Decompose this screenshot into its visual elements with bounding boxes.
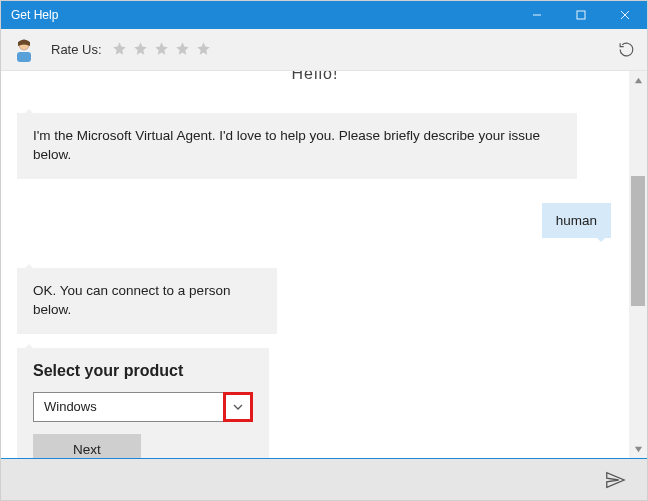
header-bar: Rate Us: — [1, 29, 647, 71]
message-input[interactable] — [15, 459, 601, 500]
refresh-button[interactable] — [615, 39, 637, 61]
close-button[interactable] — [603, 1, 647, 29]
star-icon[interactable] — [196, 41, 211, 59]
agent-avatar-icon — [11, 37, 37, 63]
scroll-up-icon[interactable] — [629, 71, 647, 89]
bot-message: I'm the Microsoft Virtual Agent. I'd lov… — [17, 113, 577, 179]
chat-area: Hello! I'm the Microsoft Virtual Agent. … — [1, 71, 647, 458]
chat-scroll-viewport: Hello! I'm the Microsoft Virtual Agent. … — [1, 71, 629, 458]
product-select[interactable]: Windows — [33, 392, 224, 422]
bot-message-text: OK. You can connect to a person below. — [33, 283, 230, 317]
scrollbar-thumb[interactable] — [631, 176, 645, 306]
scrollbar[interactable] — [629, 71, 647, 458]
svg-rect-1 — [577, 11, 585, 19]
product-select-panel: Select your product Windows Next — [17, 348, 269, 458]
greeting-text: Hello! — [17, 71, 613, 83]
panel-title: Select your product — [33, 362, 253, 380]
svg-marker-6 — [634, 77, 641, 82]
star-icon[interactable] — [112, 41, 127, 59]
maximize-button[interactable] — [559, 1, 603, 29]
svg-rect-5 — [17, 52, 31, 62]
star-icon[interactable] — [175, 41, 190, 59]
star-icon[interactable] — [133, 41, 148, 59]
next-button-label: Next — [73, 442, 101, 457]
user-message: human — [542, 203, 611, 238]
scroll-down-icon[interactable] — [629, 440, 647, 458]
send-icon — [604, 469, 626, 491]
message-input-bar — [1, 458, 647, 500]
window-title: Get Help — [11, 8, 515, 22]
minimize-button[interactable] — [515, 1, 559, 29]
title-bar: Get Help — [1, 1, 647, 29]
user-message-text: human — [556, 213, 597, 228]
star-icon[interactable] — [154, 41, 169, 59]
bot-message: OK. You can connect to a person below. — [17, 268, 277, 334]
bot-message-text: I'm the Microsoft Virtual Agent. I'd lov… — [33, 128, 540, 162]
rate-us-label: Rate Us: — [51, 42, 102, 57]
svg-marker-7 — [634, 446, 641, 451]
send-button[interactable] — [601, 466, 629, 494]
next-button[interactable]: Next — [33, 434, 141, 458]
product-select-value: Windows — [44, 399, 97, 414]
window-controls — [515, 1, 647, 29]
rating-stars[interactable] — [112, 41, 211, 59]
product-select-caret[interactable] — [223, 392, 253, 422]
chevron-down-icon — [232, 401, 244, 413]
